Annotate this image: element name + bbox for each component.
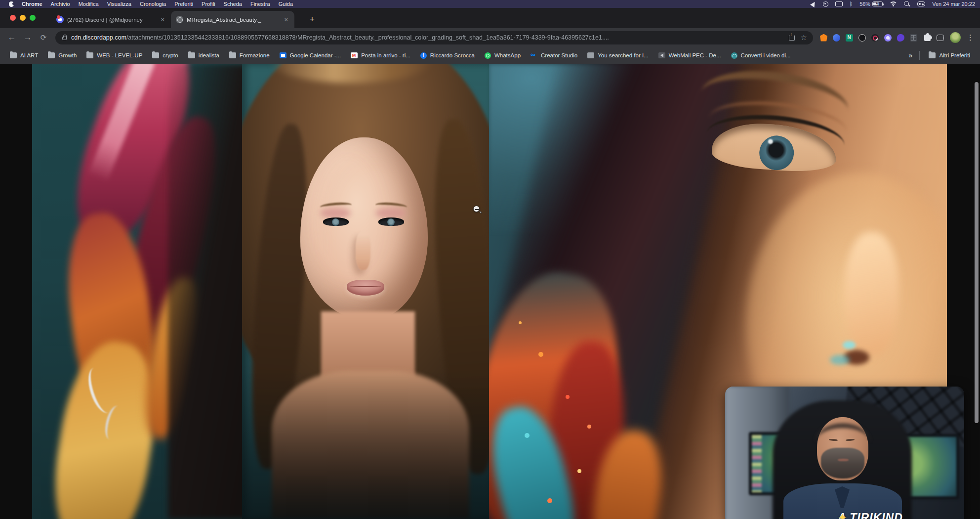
bookmark-label: Riccardo Scrocca	[430, 52, 475, 58]
url-host: cdn.discordapp.com	[71, 34, 126, 41]
wifi-icon[interactable]	[890, 1, 897, 7]
bookmark-folder-web-level-up[interactable]: WEB - LEVEL-UP	[82, 50, 146, 60]
bookmark-gmail-inbox[interactable]: Posta in arrivo - ri...	[347, 50, 414, 60]
menu-chrome[interactable]: Chrome	[22, 1, 42, 7]
webcam-overlay: A TIRIKIND ✦	[725, 387, 964, 519]
menu-modifica[interactable]: Modifica	[79, 1, 99, 7]
dark-circle-extension-icon[interactable]	[858, 34, 866, 42]
spotlight-search-icon[interactable]	[904, 1, 910, 7]
bookmark-label: idealista	[199, 52, 219, 58]
forward-button[interactable]: →	[21, 33, 35, 43]
back-button[interactable]: ←	[5, 33, 19, 43]
page-icon	[587, 52, 594, 58]
meta-icon	[531, 52, 537, 58]
bookmark-creator-studio[interactable]: Creator Studio	[527, 50, 581, 60]
discord-favicon	[56, 16, 64, 23]
lock-icon[interactable]	[62, 37, 67, 40]
location-arrow-icon[interactable]	[810, 0, 817, 7]
battery-indicator[interactable]: 56% ϟ	[859, 1, 883, 7]
menu-profili[interactable]: Profili	[202, 1, 215, 7]
artwork-abstract-panel	[32, 64, 242, 519]
chrome-toolbar: ← → ⟳ cdn.discordapp.com /attachments/10…	[0, 28, 980, 47]
bookmark-whatsapp[interactable]: WhatsApp	[481, 50, 525, 61]
presenter-face	[817, 417, 868, 480]
bookmark-folder-growth[interactable]: Growth	[44, 50, 81, 60]
bookmarks-bar: AI ART Growth WEB - LEVEL-UP crypto idea…	[0, 47, 980, 64]
green-n-extension-icon[interactable]	[846, 34, 853, 42]
bookmark-label: crypto	[163, 52, 178, 58]
blue-extension-icon[interactable]	[833, 34, 840, 42]
bookmark-video-converter[interactable]: Converti i video di...	[727, 50, 795, 61]
bookmark-label: WhatsApp	[494, 52, 521, 58]
reload-button[interactable]: ⟳	[37, 33, 50, 42]
purple-blob-extension-icon[interactable]	[897, 34, 904, 42]
artwork-portrait-panel	[242, 64, 489, 519]
closeup-nose	[815, 232, 929, 390]
metamask-extension-icon[interactable]	[820, 34, 827, 42]
chrome-menu-icon[interactable]: ⋮	[967, 33, 974, 42]
bookmark-google-calendar[interactable]: Google Calendar -...	[276, 50, 345, 60]
grid-extension-icon[interactable]	[910, 34, 917, 42]
folder-icon	[229, 52, 236, 58]
bookmark-folder-formazione[interactable]: Formazione	[225, 50, 274, 60]
bookmark-label: You searched for I...	[598, 52, 649, 58]
folder-icon	[188, 52, 195, 58]
bookmark-search-result[interactable]: You searched for I...	[583, 50, 653, 60]
extensions-row	[820, 34, 917, 42]
red-key-extension-icon[interactable]	[871, 34, 879, 42]
bookmarks-overflow-chevron[interactable]: »	[907, 51, 915, 59]
address-bar[interactable]: cdn.discordapp.com /attachments/10135123…	[55, 31, 813, 44]
control-center-icon[interactable]	[917, 1, 925, 6]
folder-icon	[929, 52, 936, 58]
tab-close-icon[interactable]: ×	[283, 16, 289, 23]
folder-icon	[48, 52, 55, 58]
bookmark-star-icon[interactable]: ☆	[801, 33, 807, 42]
tab-title: (2762) Discord | @Midjourney	[67, 17, 155, 23]
bookmark-facebook-profile[interactable]: Riccardo Scrocca	[416, 50, 479, 61]
menu-visualizza[interactable]: Visualizza	[107, 1, 131, 7]
apple-icon[interactable]	[9, 1, 14, 7]
menu-cronologia[interactable]: Cronologia	[140, 1, 166, 7]
gmail-icon	[351, 52, 358, 58]
tab-title: MRregista_Abstract_beauty._	[187, 17, 279, 23]
bluetooth-icon[interactable]: ᛒ	[850, 1, 853, 7]
bookmark-folder-ai-art[interactable]: AI ART	[6, 50, 42, 60]
google-calendar-icon	[280, 52, 286, 58]
window-zoom-button[interactable]	[30, 15, 36, 21]
bookmark-webmail-pec[interactable]: WebMail PEC - De...	[654, 50, 725, 60]
bookmark-folder-crypto[interactable]: crypto	[148, 50, 182, 60]
menu-scheda[interactable]: Scheda	[224, 1, 242, 7]
menu-guida[interactable]: Guida	[279, 1, 293, 7]
bookmark-label: Converti i video di...	[741, 52, 791, 58]
other-bookmarks-folder[interactable]: Altri Preferiti	[925, 50, 974, 60]
profile-avatar[interactable]	[950, 32, 961, 43]
window-minimize-button[interactable]	[20, 15, 26, 21]
profile-frame-icon[interactable]	[937, 35, 944, 41]
bookmark-folder-idealista[interactable]: idealista	[184, 50, 223, 60]
share-icon[interactable]	[789, 35, 795, 41]
menu-finestra[interactable]: Finestra	[250, 1, 270, 7]
whatsapp-icon	[485, 52, 491, 59]
menu-archivio[interactable]: Archivio	[51, 1, 70, 7]
tab-close-icon[interactable]: ×	[159, 16, 166, 23]
menubar-status-area: ᛒ 56% ϟ Ven 24 mar 20:22	[811, 1, 975, 7]
screen-record-icon[interactable]	[823, 1, 828, 7]
webmail-icon	[658, 52, 665, 58]
display-mirroring-icon[interactable]	[835, 1, 843, 6]
vertical-scrollbar[interactable]	[975, 82, 979, 423]
window-close-button[interactable]	[10, 15, 16, 21]
battery-percent-label: 56%	[859, 1, 870, 7]
extensions-puzzle-icon[interactable]	[924, 35, 931, 41]
other-bookmarks-label: Altri Preferiti	[939, 52, 970, 58]
bookmark-label: WEB - LEVEL-UP	[97, 52, 142, 58]
purple-round-extension-icon[interactable]	[884, 34, 892, 42]
url-path: /attachments/1013512335442333816/1088905…	[126, 34, 785, 41]
new-tab-button[interactable]: +	[306, 13, 318, 25]
bookmark-label: AI ART	[20, 52, 38, 58]
menubar-clock[interactable]: Ven 24 mar 20:22	[932, 1, 975, 7]
tab-discord[interactable]: (2762) Discord | @Midjourney ×	[51, 11, 171, 28]
tab-image-viewer[interactable]: MRregista_Abstract_beauty._ ×	[171, 11, 294, 28]
page-content: A TIRIKIND ✦	[0, 64, 980, 519]
menu-preferiti[interactable]: Preferiti	[174, 1, 193, 7]
sparkle-icon: ✦	[838, 511, 848, 519]
